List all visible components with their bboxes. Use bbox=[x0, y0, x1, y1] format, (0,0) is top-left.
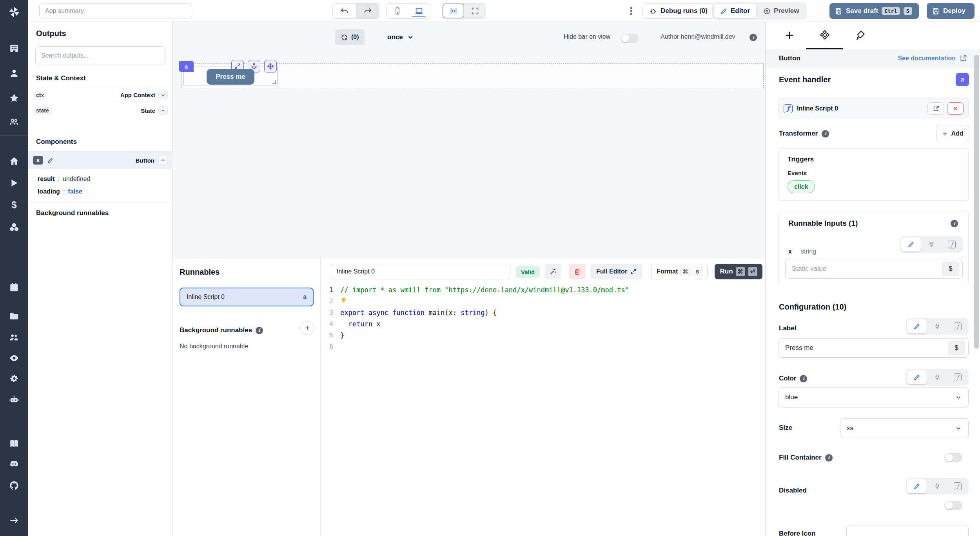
size-select[interactable]: xs bbox=[840, 418, 969, 438]
undo-button[interactable] bbox=[333, 4, 356, 18]
press-me-button[interactable]: Press me bbox=[207, 69, 254, 85]
styling-tab-paintbrush-icon[interactable] bbox=[855, 30, 866, 41]
label-value-input[interactable] bbox=[785, 344, 948, 352]
move-icon[interactable] bbox=[264, 60, 277, 72]
deploy-button[interactable]: Deploy bbox=[927, 3, 975, 19]
result-prop-row[interactable]: result:undefined bbox=[38, 176, 90, 183]
runnables-panel: Runnables Inline Script 0 a Background r… bbox=[172, 257, 321, 536]
github-icon[interactable] bbox=[9, 480, 19, 491]
static-mode-pencil-icon[interactable] bbox=[901, 237, 921, 252]
before-icon-field[interactable] bbox=[846, 525, 969, 536]
user-icon[interactable] bbox=[9, 68, 19, 78]
fill-container-toggle[interactable] bbox=[944, 453, 962, 462]
folders-icon[interactable] bbox=[9, 311, 19, 321]
static-value-input[interactable] bbox=[792, 265, 942, 273]
debug-runs-button[interactable]: Debug runs (0) bbox=[642, 3, 714, 19]
center-align-button[interactable] bbox=[443, 4, 464, 18]
redo-button[interactable] bbox=[356, 4, 379, 18]
mobile-view-button[interactable] bbox=[387, 4, 408, 18]
template-dollar-button[interactable]: $ bbox=[942, 261, 959, 276]
settings-tab-components-icon[interactable] bbox=[819, 30, 830, 41]
inline-script-item[interactable]: Inline Script 0 a bbox=[180, 288, 314, 306]
state-output-row[interactable]: state State bbox=[28, 103, 172, 118]
label-value-field[interactable]: $ bbox=[779, 338, 969, 358]
open-script-external-icon[interactable] bbox=[927, 102, 944, 115]
eval-mode-function-icon[interactable]: ƒ bbox=[948, 370, 967, 384]
script-name-input[interactable] bbox=[331, 264, 510, 279]
ai-wand-button[interactable] bbox=[545, 264, 561, 279]
see-documentation-link[interactable]: See documentation bbox=[898, 54, 967, 62]
schedules-calendar-icon[interactable] bbox=[9, 282, 19, 292]
docs-book-icon[interactable] bbox=[9, 438, 19, 449]
refresh-count-button[interactable]: (0) bbox=[335, 29, 365, 45]
eval-mode-function-icon[interactable]: ƒ bbox=[948, 479, 967, 493]
info-icon[interactable] bbox=[822, 130, 829, 138]
delete-script-button[interactable] bbox=[569, 264, 585, 279]
info-icon[interactable] bbox=[825, 454, 833, 462]
static-value-field[interactable]: $ bbox=[785, 259, 963, 279]
component-a-row[interactable]: a Button bbox=[28, 151, 172, 169]
insert-component-tab-plus-icon[interactable] bbox=[784, 30, 795, 41]
search-outputs-input[interactable] bbox=[35, 46, 165, 65]
chevron-down-icon[interactable] bbox=[158, 106, 168, 115]
connect-mode-plug-icon[interactable] bbox=[922, 237, 941, 252]
info-icon[interactable] bbox=[256, 327, 263, 334]
chevron-up-icon[interactable] bbox=[158, 156, 168, 165]
connect-mode-plug-icon[interactable] bbox=[927, 319, 947, 333]
editor-tab[interactable]: Editor bbox=[714, 4, 756, 18]
ai-bot-icon[interactable] bbox=[9, 395, 19, 405]
runs-play-icon[interactable] bbox=[9, 178, 19, 188]
pencil-icon[interactable] bbox=[47, 157, 54, 164]
disabled-toggle[interactable] bbox=[944, 501, 962, 510]
connect-mode-plug-icon[interactable] bbox=[927, 370, 947, 384]
static-mode-pencil-icon[interactable] bbox=[907, 479, 927, 493]
app-canvas[interactable]: (0) once Hide bar on view Author henri@w… bbox=[172, 22, 765, 257]
resize-handle[interactable] bbox=[272, 80, 276, 84]
info-icon[interactable] bbox=[750, 34, 757, 41]
chevron-down-icon[interactable] bbox=[158, 91, 168, 100]
resources-boxes-icon[interactable] bbox=[9, 222, 19, 232]
info-icon[interactable] bbox=[800, 375, 807, 382]
template-dollar-button[interactable]: $ bbox=[948, 340, 965, 355]
remove-script-button[interactable] bbox=[947, 102, 964, 115]
format-button[interactable]: Format ⌘ S bbox=[651, 264, 708, 279]
bug-icon bbox=[649, 7, 657, 15]
variables-dollar-icon[interactable]: $ bbox=[9, 200, 19, 210]
format-label: Format bbox=[657, 268, 678, 275]
lightbulb-icon[interactable] bbox=[340, 297, 347, 304]
add-transformer-button[interactable]: Add bbox=[936, 125, 969, 142]
loading-prop-row[interactable]: loading:false bbox=[38, 188, 82, 195]
refresh-mode-dropdown[interactable]: once bbox=[387, 29, 414, 45]
workers-icon[interactable] bbox=[9, 332, 19, 342]
event-handler-script-row[interactable]: ƒ Inline Script 0 bbox=[779, 98, 969, 119]
eval-mode-function-icon[interactable]: ƒ bbox=[948, 319, 967, 333]
home-icon[interactable] bbox=[9, 156, 19, 166]
connect-mode-plug-icon[interactable] bbox=[927, 479, 947, 493]
desktop-view-button[interactable] bbox=[408, 4, 430, 18]
ctx-output-row[interactable]: ctx App Context bbox=[28, 87, 172, 103]
hide-bar-toggle[interactable] bbox=[621, 34, 639, 43]
code-lines[interactable]: 1// import * as wmill from "https://deno… bbox=[321, 284, 765, 352]
fullscreen-expand-icon[interactable] bbox=[464, 4, 486, 18]
info-icon[interactable] bbox=[951, 220, 958, 227]
inspector-scrollbar[interactable] bbox=[974, 55, 979, 349]
static-mode-pencil-icon[interactable] bbox=[907, 370, 927, 384]
groups-icon[interactable] bbox=[9, 117, 19, 127]
workspace-building-icon[interactable] bbox=[9, 43, 19, 53]
favorites-star-icon[interactable] bbox=[9, 93, 19, 103]
settings-gear-icon[interactable] bbox=[9, 373, 19, 384]
expand-sidebar-arrow-icon[interactable] bbox=[9, 515, 19, 525]
run-button[interactable]: Run ⌘ ⏎ bbox=[715, 264, 762, 279]
preview-tab[interactable]: Preview bbox=[757, 4, 805, 18]
app-summary-input[interactable] bbox=[39, 4, 192, 18]
full-editor-button[interactable]: Full Editor bbox=[590, 264, 642, 279]
static-mode-pencil-icon[interactable] bbox=[907, 319, 927, 333]
save-draft-button[interactable]: Save draft Ctrl S bbox=[829, 3, 919, 19]
color-select[interactable]: blue bbox=[779, 387, 969, 407]
discord-icon[interactable] bbox=[9, 459, 19, 469]
add-background-runnable-button[interactable] bbox=[300, 321, 314, 335]
audit-eye-icon[interactable] bbox=[9, 353, 19, 363]
eval-mode-function-icon[interactable]: ƒ bbox=[942, 237, 962, 252]
windmill-logo-icon[interactable] bbox=[7, 5, 21, 19]
more-options-kebab-icon[interactable] bbox=[626, 6, 636, 16]
